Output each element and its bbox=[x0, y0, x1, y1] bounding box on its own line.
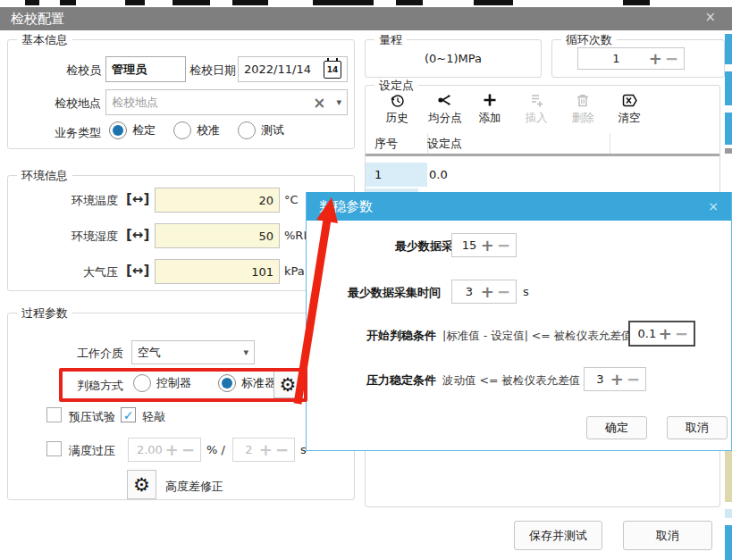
minus-icon[interactable]: − bbox=[497, 284, 510, 300]
env-humidity-input[interactable]: 50 bbox=[155, 223, 280, 248]
save-and-test-button[interactable]: 保存并测试 bbox=[514, 521, 602, 550]
overpress-time-spinner: 2 + − bbox=[232, 438, 295, 462]
min-time-unit: s bbox=[523, 285, 529, 298]
min-time-spinner[interactable]: 3 + − bbox=[451, 280, 517, 304]
overpress-checkbox[interactable] bbox=[46, 441, 62, 456]
background-window-sliver bbox=[725, 71, 732, 105]
inspector-input[interactable]: 管理员 bbox=[105, 56, 186, 82]
pressure-condition-spinner[interactable]: 3 + − bbox=[584, 367, 646, 391]
location-dropdown-icon[interactable]: ▾ bbox=[336, 96, 341, 108]
radio-ceshi[interactable] bbox=[238, 121, 256, 139]
min-time-label: 最少数据采集时间 bbox=[327, 285, 441, 301]
window-titlebar[interactable]: 检校配置 × bbox=[0, 7, 732, 30]
table-row-no[interactable]: 1 bbox=[366, 163, 427, 187]
env-temp-unit: °C bbox=[284, 193, 299, 206]
minus-icon[interactable]: − bbox=[181, 442, 195, 458]
column-header-setpoint[interactable]: 设定点 bbox=[418, 133, 610, 154]
occluded-text-fragment bbox=[60, 0, 76, 5]
toolbar-history-button[interactable]: 历史 bbox=[374, 91, 420, 126]
plus-icon[interactable]: + bbox=[481, 238, 494, 254]
clear-icon bbox=[621, 91, 638, 109]
minus-icon[interactable]: − bbox=[497, 238, 510, 254]
date-input[interactable]: 2022/11/14 14 bbox=[238, 56, 348, 82]
table-row-setpoint[interactable]: 0.0 bbox=[420, 163, 608, 187]
occluded-text-fragment bbox=[172, 0, 210, 5]
stability-settings-gear-icon[interactable]: ⚙ bbox=[273, 371, 302, 398]
cycles-spinner[interactable]: 1 + − bbox=[577, 47, 685, 70]
medium-value: 空气 bbox=[138, 345, 161, 361]
prepress-checkbox[interactable] bbox=[46, 407, 62, 422]
overpress-unit: % / bbox=[206, 443, 225, 456]
background-window-sliver bbox=[725, 509, 732, 518]
radio-standard[interactable] bbox=[218, 374, 236, 392]
stability-dialog-titlebar[interactable]: 判稳参数 × bbox=[307, 192, 731, 221]
plus-icon[interactable]: + bbox=[165, 442, 179, 458]
range-adjust-icon[interactable]: [↔] bbox=[126, 227, 149, 243]
min-samples-spinner[interactable]: 15 + − bbox=[451, 233, 517, 257]
minus-icon[interactable]: − bbox=[627, 372, 640, 388]
range-group: 量程 (0~1)MPa bbox=[365, 39, 542, 78]
start-condition-spinner[interactable]: 0.1 + − bbox=[628, 321, 695, 347]
radio-jiaozhun-label: 校准 bbox=[197, 122, 220, 138]
dialog-ok-button[interactable]: 确定 bbox=[586, 416, 647, 439]
calendar-icon[interactable]: 14 bbox=[324, 61, 341, 79]
plus-icon[interactable]: + bbox=[259, 442, 273, 458]
minus-icon[interactable]: − bbox=[675, 326, 688, 342]
stability-dialog-title: 判稳参数 bbox=[319, 198, 373, 215]
cycles-legend: 循环次数 bbox=[561, 32, 617, 48]
overpress-percent-spinner: 2.00 + − bbox=[128, 438, 201, 462]
table-header-divider bbox=[366, 154, 719, 156]
background-window-sliver bbox=[725, 451, 732, 502]
footer-cancel-button[interactable]: 取消 bbox=[623, 521, 712, 550]
radio-jianding[interactable] bbox=[109, 121, 127, 139]
atm-pressure-input[interactable]: 101 bbox=[155, 259, 280, 284]
radio-jiaozhun[interactable] bbox=[173, 121, 191, 139]
background-window-sliver bbox=[725, 148, 732, 154]
basic-info-legend: 基本信息 bbox=[17, 32, 72, 48]
minus-icon[interactable]: − bbox=[275, 442, 289, 458]
date-label: 检校日期 bbox=[189, 63, 236, 79]
background-window-sliver bbox=[725, 113, 732, 145]
prepress-label: 预压试验 bbox=[69, 409, 115, 425]
env-info-legend: 环境信息 bbox=[17, 168, 72, 184]
add-icon bbox=[483, 91, 497, 109]
business-type-options: 检定 校准 测试 bbox=[109, 121, 284, 139]
toolbar-add-button[interactable]: 添加 bbox=[467, 91, 513, 126]
plus-icon[interactable]: + bbox=[610, 372, 624, 388]
range-adjust-icon[interactable]: [↔] bbox=[126, 191, 149, 207]
toolbar-delete-button: 删除 bbox=[560, 91, 606, 126]
plus-icon[interactable]: + bbox=[649, 51, 662, 67]
location-input[interactable]: 检校地点 × ▾ bbox=[105, 89, 348, 115]
plus-icon[interactable]: + bbox=[481, 284, 494, 300]
dialog-close-icon[interactable]: × bbox=[708, 199, 719, 213]
radio-standard-label: 标准器 bbox=[241, 375, 276, 391]
toolbar-split-points-button[interactable]: 均分点 bbox=[422, 91, 468, 126]
minus-icon[interactable]: − bbox=[665, 51, 678, 67]
radio-controller[interactable] bbox=[133, 374, 151, 392]
occluded-text-fragment bbox=[313, 0, 374, 5]
occluded-text-fragment bbox=[623, 0, 650, 5]
range-adjust-icon[interactable]: [↔] bbox=[126, 263, 149, 279]
dialog-cancel-button[interactable]: 取消 bbox=[667, 416, 728, 439]
split-points-icon bbox=[437, 91, 453, 109]
occluded-text-fragment bbox=[474, 0, 513, 5]
inspector-value: 管理员 bbox=[112, 62, 147, 78]
clear-location-icon[interactable]: × bbox=[313, 94, 325, 112]
plus-icon[interactable]: + bbox=[659, 326, 672, 342]
medium-caret-icon: ▾ bbox=[243, 347, 248, 358]
medium-select[interactable]: 空气 ▾ bbox=[131, 340, 255, 364]
tap-checkbox[interactable]: ✓ bbox=[121, 407, 136, 422]
height-correction-gear-icon[interactable]: ⚙ bbox=[127, 470, 156, 499]
env-temp-input[interactable]: 20 bbox=[155, 188, 280, 213]
stability-mode-label: 判稳方式 bbox=[56, 378, 123, 394]
trash-icon bbox=[576, 91, 590, 109]
inspector-label: 检校员 bbox=[36, 63, 101, 79]
date-value: 2022/11/14 bbox=[244, 63, 311, 76]
height-correction-label: 高度差修正 bbox=[165, 479, 223, 495]
medium-label: 工作介质 bbox=[56, 346, 123, 362]
toolbar-clear-button[interactable]: 清空 bbox=[606, 91, 652, 126]
pressure-condition-expr: 波动值 <= 被检仪表允差值 / bbox=[442, 373, 587, 389]
atm-pressure-value: 101 bbox=[251, 265, 273, 279]
env-humidity-label: 环境湿度 bbox=[51, 229, 118, 245]
window-close-icon[interactable]: × bbox=[704, 9, 716, 25]
